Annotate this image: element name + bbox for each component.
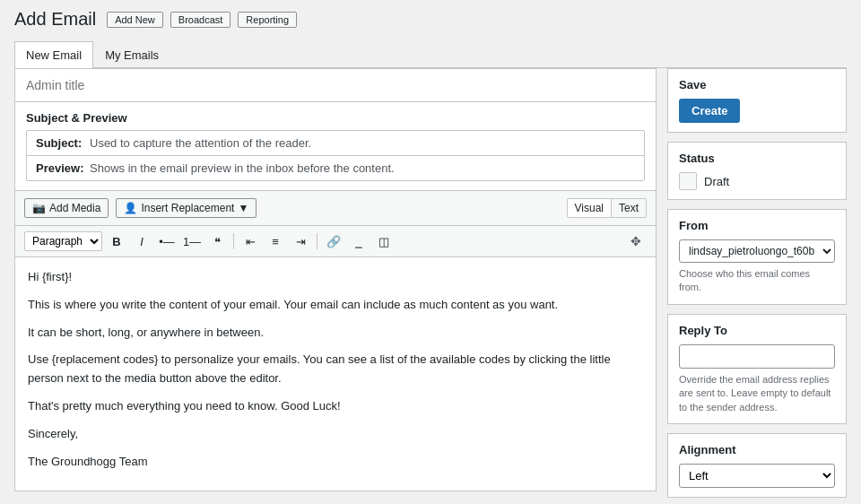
add-new-button[interactable]: Add New [107, 12, 163, 28]
editor-line-4: Use {replacement codes} to personalize y… [28, 351, 643, 388]
reply-to-input[interactable] [679, 344, 835, 369]
add-media-button[interactable]: 📷 Add Media [24, 198, 109, 218]
from-help-text: Choose who this email comes from. [679, 267, 835, 295]
fullscreen-button[interactable]: ✥ [625, 230, 647, 252]
from-title: From [679, 219, 835, 232]
editor-area: 📷 Add Media 👤 Insert Replacement ▼ Visua… [15, 190, 656, 491]
insert-replacement-label: Insert Replacement [141, 202, 234, 214]
tab-new-email[interactable]: New Email [14, 41, 93, 68]
blockquote-button[interactable]: ❝ [206, 230, 228, 252]
visual-text-tabs: Visual Text [567, 198, 647, 218]
preview-label: Preview: [36, 161, 90, 175]
content-area: Subject & Preview Subject: Used to captu… [14, 68, 657, 491]
unordered-list-button[interactable]: •— [156, 230, 178, 252]
subject-row: Subject: Used to capture the attention o… [27, 131, 644, 156]
reply-to-help-text: Override the email address replies are s… [679, 373, 835, 414]
subject-preview-box: Subject: Used to capture the attention o… [26, 130, 645, 181]
editor-format-bar: Paragraph Heading 1 Heading 2 Heading 3 … [15, 226, 656, 257]
bold-button[interactable]: B [106, 230, 127, 252]
create-button[interactable]: Create [679, 99, 740, 123]
reporting-button[interactable]: Reporting [238, 12, 297, 28]
alignment-select[interactable]: Left Center Right [679, 464, 835, 488]
admin-title-input[interactable] [15, 69, 656, 102]
editor-line-5: That's pretty much everything you need t… [28, 397, 643, 416]
table-button[interactable]: ◫ [373, 230, 395, 252]
horizontal-rule-button[interactable]: ⎯ [348, 230, 370, 252]
format-separator-1 [233, 233, 234, 249]
tabs-bar: New Email My Emails [14, 40, 847, 68]
save-box: Save Create [667, 68, 847, 133]
save-title: Save [679, 78, 835, 91]
status-title: Status [679, 152, 835, 165]
status-indicator [679, 172, 697, 190]
visual-tab[interactable]: Visual [567, 198, 612, 218]
editor-line-3: It can be short, long, or anywhere in be… [28, 324, 643, 343]
align-left-button[interactable]: ⇤ [239, 230, 261, 252]
from-box: From lindsay_pietroluongo_t60bfcf1204727… [667, 209, 847, 305]
page-wrapper: Add Email Add New Broadcast Reporting Ne… [0, 0, 861, 504]
editor-line-1: Hi {first}! [28, 268, 643, 287]
link-button[interactable]: 🔗 [323, 230, 344, 252]
alignment-title: Alignment [679, 443, 835, 456]
editor-line-7: The Groundhogg Team [28, 453, 643, 472]
format-separator-2 [317, 233, 317, 249]
editor-content[interactable]: Hi {first}! This is where you write the … [15, 257, 656, 491]
chevron-down-icon: ▼ [238, 202, 248, 214]
subject-value: Used to capture the attention of the rea… [90, 136, 311, 150]
paragraph-select[interactable]: Paragraph Heading 1 Heading 2 Heading 3 [24, 231, 102, 251]
status-box: Status Draft [667, 142, 847, 200]
add-media-label: Add Media [49, 202, 100, 214]
status-value: Draft [704, 175, 729, 188]
text-tab[interactable]: Text [612, 198, 647, 218]
alignment-box: Alignment Left Center Right [667, 433, 847, 498]
person-icon: 👤 [124, 202, 137, 214]
align-right-button[interactable]: ⇥ [290, 230, 311, 252]
align-center-button[interactable]: ≡ [265, 230, 286, 252]
page-title: Add Email [14, 9, 96, 30]
reply-to-title: Reply To [679, 324, 835, 337]
subject-label: Subject: [36, 136, 90, 150]
reply-to-box: Reply To Override the email address repl… [667, 314, 847, 424]
preview-value: Shows in the email preview in the inbox … [90, 161, 395, 175]
main-layout: Subject & Preview Subject: Used to captu… [14, 68, 847, 504]
subject-preview-section: Subject & Preview Subject: Used to captu… [15, 102, 656, 190]
editor-line-2: This is where you write the content of y… [28, 296, 643, 315]
page-header: Add Email Add New Broadcast Reporting [14, 9, 847, 30]
insert-replacement-dropdown[interactable]: 👤 Insert Replacement ▼ [116, 198, 257, 218]
tab-my-emails[interactable]: My Emails [93, 41, 170, 68]
italic-button[interactable]: I [131, 230, 152, 252]
from-select[interactable]: lindsay_pietroluongo_t60bfcf1204727 [679, 239, 835, 263]
image-icon: 📷 [32, 202, 46, 214]
ordered-list-button[interactable]: 1— [181, 230, 203, 252]
editor-toolbar-top: 📷 Add Media 👤 Insert Replacement ▼ Visua… [15, 191, 656, 226]
preview-row: Preview: Shows in the email preview in t… [27, 156, 644, 180]
status-row: Draft [679, 172, 835, 190]
broadcast-button[interactable]: Broadcast [170, 12, 231, 28]
subject-preview-label: Subject & Preview [26, 111, 645, 125]
editor-line-6: Sincerely, [28, 425, 643, 444]
sidebar: Save Create Status Draft From lindsay_pi… [667, 68, 847, 504]
